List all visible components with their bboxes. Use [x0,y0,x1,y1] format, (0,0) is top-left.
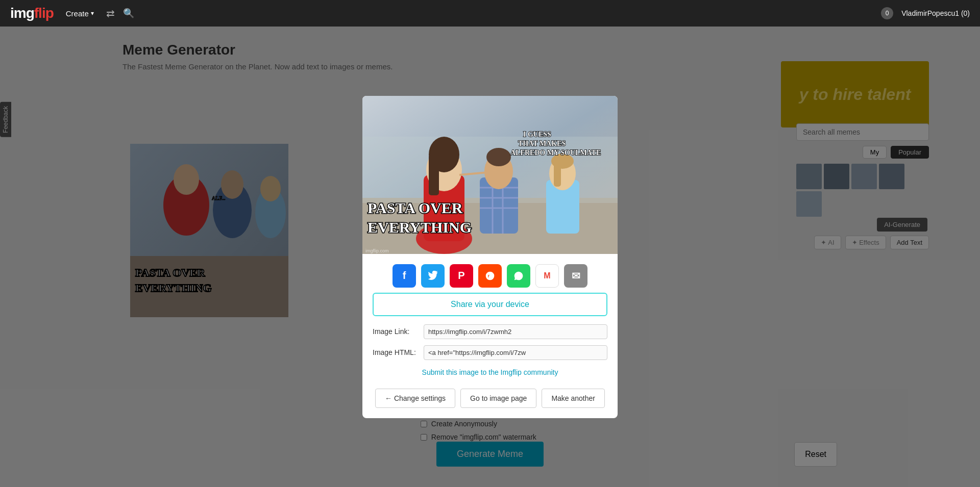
twitter-share-button[interactable] [421,264,445,288]
modal-overlay[interactable]: PASTA OVER EVERYTHING I GUESS THAT MAKES… [0,27,980,487]
email-share-button[interactable]: ✉ [564,264,587,288]
share-modal: PASTA OVER EVERYTHING I GUESS THAT MAKES… [362,96,618,418]
shuffle-icon[interactable]: ⇄ [106,7,115,19]
svg-text:EVERYTHING: EVERYTHING [368,219,472,236]
logo-img-part: img [10,5,34,21]
svg-text:I GUESS: I GUESS [523,131,551,138]
share-via-device-button[interactable]: Share via your device [373,293,607,316]
svg-text:THAT MAKES: THAT MAKES [518,140,566,147]
svg-text:ALFREDO MY SOULMATE: ALFREDO MY SOULMATE [510,149,601,157]
svg-text:PASTA OVER: PASTA OVER [368,199,463,216]
logo[interactable]: imgflip [10,5,54,21]
make-another-button[interactable]: Make another [542,389,605,408]
change-settings-button[interactable]: ← Change settings [375,389,455,408]
modal-bottom-buttons: ← Change settings Go to image page Make … [362,381,618,418]
submit-community-link[interactable]: Submit this image to the Imgflip communi… [362,363,618,381]
svg-rect-18 [429,155,439,195]
svg-point-38 [486,271,495,280]
image-link-input[interactable] [424,324,607,339]
user-menu[interactable]: VladimirPopescu1 (0) [901,9,970,17]
svg-rect-30 [554,161,561,187]
facebook-share-button[interactable]: f [393,264,416,288]
go-to-image-page-button[interactable]: Go to image page [460,389,536,408]
image-html-label: Image HTML: [373,348,419,356]
notification-badge[interactable]: 0 [881,7,893,19]
reddit-share-button[interactable]: r [478,264,502,288]
social-buttons-row: f P r M ✉ [362,254,618,293]
top-navigation: imgflip Create ⇄ 🔍 0 VladimirPopescu1 (0… [0,0,980,27]
create-button[interactable]: Create [62,7,98,20]
image-link-row: Image Link: [362,321,618,342]
whatsapp-share-button[interactable] [507,264,530,288]
logo-flip-part: flip [34,5,54,21]
image-html-row: Image HTML: [362,342,618,363]
search-icon[interactable]: 🔍 [123,8,134,19]
image-link-label: Image Link: [373,327,419,336]
svg-text:imgflip.com: imgflip.com [365,248,389,253]
modal-meme-image: PASTA OVER EVERYTHING I GUESS THAT MAKES… [362,96,618,254]
pinterest-share-button[interactable]: P [450,264,473,288]
image-html-input[interactable] [424,345,607,360]
gmail-share-button[interactable]: M [535,264,559,288]
svg-point-26 [486,148,511,166]
